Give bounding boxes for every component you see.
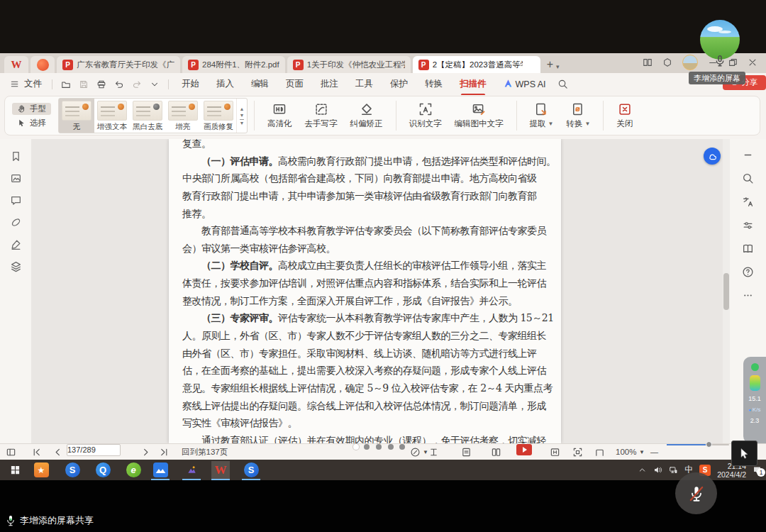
fit-width-icon[interactable]: [428, 444, 439, 460]
first-page-icon[interactable]: [31, 444, 42, 460]
cloud-tip-badge[interactable]: [704, 148, 721, 165]
tab-doc-3[interactable]: P1关于印发《仲恺农业工程学院本: [287, 56, 411, 73]
annotation-pen-icon[interactable]: [410, 444, 421, 460]
gallery-scroll-buttons[interactable]: ▲▼▼: [236, 99, 247, 133]
extract-button[interactable]: 提取▼: [523, 102, 560, 129]
redo-icon[interactable]: [132, 79, 142, 89]
help-icon[interactable]: [742, 266, 754, 278]
layers-icon[interactable]: [10, 260, 22, 272]
new-tab-button[interactable]: +: [547, 58, 553, 71]
tool-cursor[interactable]: 选择: [12, 117, 51, 129]
zoom-chevron-down-icon[interactable]: ▼: [639, 444, 645, 460]
taskbar-favorites-icon[interactable]: ★: [32, 461, 50, 479]
network-icon[interactable]: [669, 465, 678, 475]
next-page-icon[interactable]: [140, 444, 151, 460]
page-dot[interactable]: [388, 444, 394, 450]
tool-hand[interactable]: 手型: [12, 103, 51, 115]
folder-icon[interactable]: [61, 79, 71, 89]
menu-item-编辑[interactable]: 编辑: [251, 78, 269, 90]
tab-app-orb[interactable]: [30, 56, 55, 73]
taskbar-mountain-app-icon[interactable]: [182, 461, 201, 479]
participant-video-avatar[interactable]: [700, 20, 740, 60]
network-speed-widget[interactable]: 15.1 K/s 2.3: [743, 357, 766, 443]
menu-item-保护[interactable]: 保护: [390, 78, 408, 90]
vertical-scrollbar[interactable]: [723, 139, 730, 443]
chevron-down-icon[interactable]: ▼: [423, 444, 428, 460]
taskbar-360-browser-icon[interactable]: e: [124, 461, 143, 479]
chevron-up-icon[interactable]: [638, 465, 647, 475]
tab-close-icon[interactable]: [526, 60, 535, 70]
tab-doc-1[interactable]: P广东省教育厅关于印发《广东省: [57, 56, 180, 73]
close-red-button[interactable]: 关闭: [610, 102, 639, 129]
tab-list-chevron-down-icon[interactable]: ▾: [556, 63, 560, 70]
prev-page-icon[interactable]: [52, 444, 63, 460]
comment-icon[interactable]: [10, 194, 22, 206]
filter-增强文本[interactable]: 增强文本: [94, 99, 130, 133]
taskbar-start-icon[interactable]: [6, 461, 24, 479]
page-dot[interactable]: [353, 444, 359, 450]
taskbar-wps-office-icon[interactable]: W: [211, 461, 230, 479]
bookmark-icon[interactable]: [10, 150, 22, 162]
pdf-page[interactable]: 复查。（一）评估申请。高校需向教育行政部门提出申请，包括选择评估类型和评估时间。…: [169, 139, 561, 443]
undo-icon[interactable]: [114, 79, 124, 89]
more-dots-icon[interactable]: [742, 289, 754, 301]
two-page-icon[interactable]: [491, 444, 501, 460]
back-to-page-link[interactable]: 回到第137页: [182, 444, 228, 460]
zoom-slider-knob[interactable]: [706, 441, 712, 448]
settings-sliders-icon[interactable]: [742, 219, 754, 231]
collapse-icon[interactable]: [742, 149, 754, 161]
menu-item-开始[interactable]: 开始: [182, 78, 199, 90]
hd-button[interactable]: 高清化: [261, 102, 299, 129]
page-dot[interactable]: [399, 444, 405, 450]
translate-icon[interactable]: [742, 196, 754, 208]
fit-screen-icon[interactable]: [572, 444, 583, 460]
filter-画质修复[interactable]: 画质修复: [201, 99, 236, 133]
page-dot[interactable]: [376, 444, 382, 450]
scrollbar-thumb[interactable]: [723, 273, 729, 310]
menu-item-页面[interactable]: 页面: [286, 78, 304, 90]
filter-黑白去底[interactable]: 黑白去底: [130, 99, 165, 133]
ocr-button[interactable]: 识别文字: [403, 102, 448, 129]
tab-wps-home[interactable]: W: [4, 56, 28, 73]
play-presentation-button[interactable]: [516, 444, 532, 455]
muted-mic-button[interactable]: [675, 472, 717, 514]
notification-icon[interactable]: 1: [753, 465, 762, 475]
menu-item-WPS AI[interactable]: WPS AI: [504, 79, 546, 90]
menu-item-工具[interactable]: 工具: [355, 78, 373, 90]
window-restore-icon[interactable]: [728, 57, 738, 67]
zoom-out-button[interactable]: —: [650, 444, 658, 460]
split-view-icon[interactable]: [643, 57, 653, 67]
file-menu-button[interactable]: 文件: [0, 78, 49, 90]
chevron-down-icon[interactable]: [150, 79, 160, 89]
deskew-button[interactable]: 纠偏矫正: [344, 102, 389, 129]
filter-无[interactable]: 无: [59, 99, 94, 133]
save-icon[interactable]: [79, 79, 89, 89]
search-icon[interactable]: [742, 172, 754, 184]
thumbnail-icon[interactable]: [10, 172, 22, 184]
page-dot[interactable]: [364, 444, 370, 450]
crop-page-icon[interactable]: [594, 444, 605, 460]
speaker-icon[interactable]: [653, 465, 662, 475]
filter-增亮[interactable]: 增亮: [165, 99, 201, 133]
tab-doc-2[interactable]: P284附件1、附件2.pdf: [182, 56, 285, 73]
menu-item-插入[interactable]: 插入: [216, 78, 234, 90]
attachment-icon[interactable]: [10, 216, 22, 228]
reading-mode-icon[interactable]: [742, 243, 754, 255]
search-icon[interactable]: [557, 79, 568, 89]
user-avatar[interactable]: [682, 55, 698, 70]
remove-handwriting-button[interactable]: 去手写字: [299, 102, 344, 129]
convert-button[interactable]: 转换▼: [560, 102, 596, 129]
menu-item-转换[interactable]: 转换: [425, 78, 443, 90]
single-page-icon[interactable]: [461, 444, 472, 460]
taskbar-qq-browser-icon[interactable]: Q: [94, 461, 112, 479]
labs-icon[interactable]: [662, 57, 672, 67]
menu-item-批注[interactable]: 批注: [321, 78, 338, 90]
taskbar-sogou-input-app-icon[interactable]: S: [242, 461, 260, 479]
page-ratio-icon[interactable]: [550, 444, 560, 460]
zoom-level[interactable]: 100%: [616, 444, 636, 460]
print-icon[interactable]: [96, 79, 106, 89]
tab-doc-4[interactable]: P2【定稿】2023普通高等学校: [413, 56, 540, 73]
taskbar-sogou-browser-icon[interactable]: S: [63, 461, 82, 479]
taskbar-tencent-meeting-icon[interactable]: [151, 461, 170, 479]
edit-image-text-button[interactable]: 编辑图中文字: [448, 102, 510, 129]
